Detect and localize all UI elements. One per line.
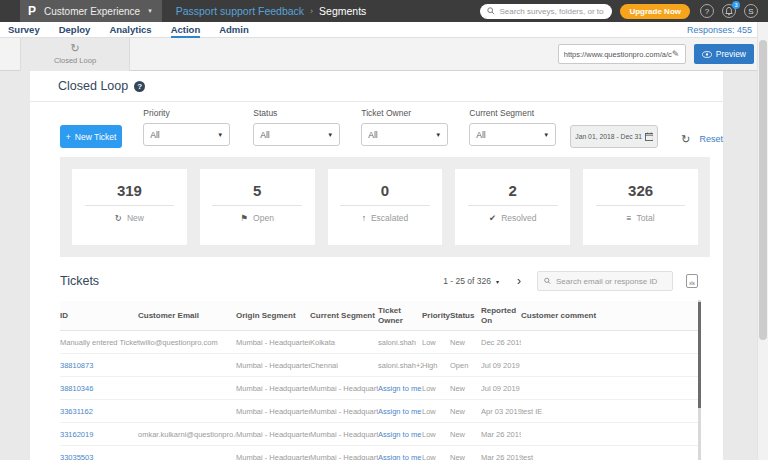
cell-priority: Low [422,453,450,460]
user-avatar[interactable]: S [744,4,758,18]
avatar-initial: S [748,7,753,16]
closed-loop-header: Closed Loop ? [30,71,723,102]
page-scrollbar-thumb[interactable] [759,40,767,340]
chevron-down-icon: ▼ [543,132,549,138]
cell-reported: Apr 03 2019 [481,407,521,416]
tickets-search-input[interactable] [556,277,666,286]
total-list-icon: ≡ [627,213,632,223]
stat-card-resolved: 2 ✔ Resolved [455,169,570,245]
resolved-check-icon: ✔ [489,213,496,223]
table-row[interactable]: 33162019 omkar.kulkarni@questionpro.com … [60,423,698,446]
cell-owner: saloni.shah+22 [378,361,422,370]
question-icon: ? [705,7,709,16]
page-scrollbar[interactable] [757,22,768,460]
nav-tab-survey[interactable]: Survey [8,22,40,38]
col-customer-comment: Customer comment [521,311,698,321]
new-ticket-label: New Ticket [75,132,117,142]
col-customer-email: Customer Email [138,311,236,321]
priority-select[interactable]: All ▼ [143,123,230,146]
closed-loop-help-icon[interactable]: ? [134,81,145,92]
status-select[interactable]: All ▼ [253,123,340,146]
nav-tab-deploy[interactable]: Deploy [59,22,91,38]
col-status: Status [450,311,481,321]
next-page-button[interactable]: › [517,275,521,287]
stat-card-open: 5 ⚑ Open [200,169,315,245]
reset-link[interactable]: Reset [699,134,723,144]
table-scrollbar[interactable] [698,300,701,460]
current-segment-select[interactable]: All ▼ [469,123,556,146]
cell-id-link[interactable]: 38810873 [60,361,138,370]
col-current-segment: Current Segment [310,311,378,321]
cell-assign-link[interactable]: Assign to me [378,453,422,460]
cell-id-link[interactable]: 33162019 [60,430,138,439]
stat-resolved-value: 2 [509,182,517,199]
edit-pencil-icon[interactable]: ✎ [672,49,680,59]
nav-tab-analytics[interactable]: Analytics [109,22,151,38]
breadcrumb-parent-link[interactable]: Passport support Feedback [176,5,304,17]
stat-total-label: Total [637,213,655,223]
pagination-dropdown[interactable]: 1 - 25 of 326 ▾ [443,276,499,286]
chevron-down-icon: ▾ [148,7,152,15]
col-priority: Priority [422,311,450,321]
cell-status: New [450,430,481,439]
ticket-owner-value: All [368,130,377,140]
notifications-button[interactable]: 3 [722,4,736,18]
chevron-down-icon: ▼ [435,132,441,138]
refresh-icon[interactable]: ↻ [681,134,690,145]
questionpro-logo-icon: P [28,4,36,18]
preview-button[interactable]: Preview [694,44,754,64]
table-header-row: ID Customer Email Origin Segment Current… [60,301,698,331]
cell-origin: Mumbai - Headquarters [236,407,310,416]
responses-count[interactable]: Responses: 455 [687,25,752,35]
chevron-down-icon: ▼ [327,132,333,138]
new-ticket-button[interactable]: + New Ticket [60,125,122,148]
nav-tab-action[interactable]: Action [171,22,201,38]
table-row[interactable]: 33631162 Mumbai - Headquarters Mumbai - … [60,400,698,423]
export-xls-button[interactable]: xls [686,274,698,288]
table-row[interactable]: Manually entered Ticket twilio@questionp… [60,331,698,354]
ticket-owner-select[interactable]: All ▼ [361,123,448,146]
cell-id-link[interactable]: 33631162 [60,407,138,416]
current-segment-value: All [476,130,485,140]
help-button[interactable]: ? [700,4,714,18]
nav-tab-admin[interactable]: Admin [219,22,249,38]
cell-origin: Mumbai - Headquarters [236,453,310,460]
cell-current: Mumbai - Headquarters [310,384,378,393]
cell-assign-link[interactable]: Assign to me [378,407,422,416]
cell-reported: Jul 09 2019 [481,361,521,370]
cell-id-link[interactable]: 38810346 [60,384,138,393]
page-title: Closed Loop [58,79,128,93]
cell-status: New [450,453,481,460]
table-row[interactable]: 38810346 Mumbai - Headquarters Mumbai - … [60,377,698,400]
cell-current: Mumbai - Headquarters [310,453,378,460]
filter-ticket-owner: Ticket Owner All ▼ [361,108,448,155]
date-range-picker[interactable]: Jan 01, 2018 - Dec 31, 20 [570,125,658,148]
global-search-input[interactable] [499,7,604,16]
cell-reported: Mar 26 2019 [481,430,521,439]
table-scrollbar-thumb[interactable] [698,302,701,408]
cell-origin: Mumbai - Headquarters [236,384,310,393]
action-toolbar: ↻ Closed Loop https://www.questionpro.co… [0,38,768,71]
tickets-search[interactable] [537,271,673,291]
cell-assign-link[interactable]: Assign to me [378,384,422,393]
cx-url-field[interactable]: https://www.questionpro.com/a/cxLogin.d … [558,44,686,64]
col-id: ID [60,311,138,321]
xls-icon: xls [689,281,695,286]
cell-reported: Jul 09 2019 [481,384,521,393]
cell-id-link[interactable]: 33035503 [60,453,138,460]
cell-status: Open [450,361,481,370]
cell-origin: Mumbai - Headquarters [236,338,310,347]
table-row[interactable]: 33035503 Mumbai - Headquarters Mumbai - … [60,446,698,460]
stat-escalated-value: 0 [381,182,389,199]
cell-id: Manually entered Ticket [60,338,138,347]
global-search[interactable] [480,4,612,19]
closed-loop-tab[interactable]: ↻ Closed Loop [20,38,130,71]
upgrade-now-button[interactable]: Upgrade Now [620,4,690,19]
notification-badge: 3 [732,1,740,9]
cell-priority: Low [422,430,450,439]
table-row[interactable]: 38810873 Mumbai - Headquarters Chennai s… [60,354,698,377]
cell-assign-link[interactable]: Assign to me [378,430,422,439]
product-switcher[interactable]: P Customer Experience ▾ [20,0,162,22]
main-nav: Survey Deploy Analytics Action Admin Res… [0,22,768,38]
loop-refresh-icon: ↻ [70,43,79,54]
